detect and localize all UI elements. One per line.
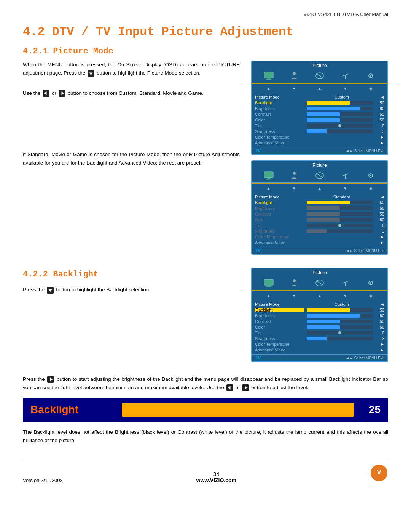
svg-point-29: [370, 282, 371, 284]
right-icon: [59, 90, 65, 97]
osd3-contrast-bar: [307, 320, 373, 323]
right-icon-2: [47, 376, 54, 383]
backlight-para-2: Press the button to start adjusting the …: [23, 375, 388, 391]
osd2-backlight-value: 50: [375, 200, 384, 205]
osd2-sharpness-label: Sharpness: [255, 229, 304, 233]
osd1-row-backlight: Backlight 50: [255, 100, 384, 105]
osd-monitor-icon: [262, 70, 276, 81]
osd3-tint-dot: [338, 331, 341, 334]
osd1-title: Picture: [252, 61, 387, 69]
osd2-contrast-label: Contrast: [255, 212, 304, 216]
osd2-satellite-icon: [313, 170, 327, 181]
osd3-color-value: 50: [375, 325, 384, 329]
osd2-sharpness-value: 3: [375, 229, 384, 233]
osd1-contrast-bar: [307, 112, 373, 116]
osd1-tint-value: 0: [375, 123, 384, 128]
osd3-colortemp-label: Color Temperature: [255, 342, 304, 347]
osd1-colortemp-label: Color Temperature: [255, 135, 304, 139]
osd3-col: Picture ▲ ▼: [251, 268, 388, 367]
osd3-sub-icons: ▲ ▼ ▲ ▼ ◉: [252, 291, 387, 300]
osd3-monitor-icon: [262, 278, 276, 288]
osd1-row-advvideo: Advanced Video ►: [255, 140, 384, 145]
osd2-row-contrast: Contrast 50: [255, 211, 384, 217]
osd1-row-color: Color 50: [255, 117, 384, 123]
osd2-row-backlight: Backlight 50: [255, 200, 384, 205]
svg-rect-22: [266, 286, 271, 287]
osd1-row-tint: Tint 0: [255, 123, 384, 128]
osd2-brightness-label: Brightness: [255, 206, 304, 211]
osd3-color-label: Color: [255, 325, 304, 329]
para-3: If Standard, Movie or Game is chosen for…: [23, 150, 240, 167]
osd2-brightness-value: 50: [375, 206, 384, 211]
osd2-backlight-label: Backlight: [255, 200, 304, 205]
osd1-colortemp-arrow: ►: [379, 135, 384, 139]
osd2-color-label: Color: [255, 217, 304, 222]
svg-rect-21: [267, 285, 270, 286]
section-421-content: When the MENU button is pressed, the On …: [23, 61, 388, 260]
main-title: 4.2 DTV / TV Input Picture Adjustment: [23, 25, 388, 39]
osd3-footer-tv: TV: [255, 355, 261, 361]
osd2-sub-icon-4: ▼: [338, 185, 352, 192]
osd3-icons: [252, 276, 387, 290]
osd1-backlight-label: Backlight: [255, 101, 304, 105]
osd2-row-color: Color 50: [255, 217, 384, 222]
osd1-color-bar: [307, 118, 373, 122]
osd3-title: Picture: [252, 268, 387, 276]
osd3-antenna-icon: [338, 278, 352, 288]
osd1-color-fill: [307, 118, 340, 122]
backlight-bar-fill: [122, 403, 354, 417]
osd3-mode-row: Picture Mode Custom ◄: [255, 301, 384, 307]
osd-antenna-icon: [338, 70, 352, 81]
svg-point-19: [370, 175, 371, 176]
osd3-mode-arrow: ◄: [379, 302, 384, 307]
osd1-tint-label: Tint: [255, 123, 304, 128]
osd2-sub-icon-3: ▲: [313, 185, 327, 192]
osd1-tint-dot: [338, 124, 341, 127]
backlight-para-3: The Backlight level does not affect the …: [23, 428, 388, 444]
osd1-contrast-value: 50: [375, 112, 384, 117]
osd2-row-sharpness: Sharpness 3: [255, 228, 384, 234]
osd1-advvideo-label: Advanced Video: [255, 141, 304, 145]
osd1-sharpness-value: 3: [375, 129, 384, 134]
osd3-advvideo-label: Advanced Video: [255, 348, 304, 352]
osd1-color-value: 50: [375, 118, 384, 122]
osd3-row-tint: Tint 0: [255, 330, 384, 335]
osd1-backlight-fill: [307, 101, 350, 105]
osd2-icons: [252, 169, 387, 183]
osd2-row-advvideo: Advanced Video ►: [255, 240, 384, 245]
osd1-footer: TV ◄► Select MENU Exit: [252, 147, 387, 154]
osd3-tint-label: Tint: [255, 331, 304, 335]
section-421-text: When the MENU button is pressed, the On …: [23, 61, 240, 260]
osd2-mode-value: Standard: [304, 195, 379, 199]
down-icon: [88, 70, 94, 77]
svg-rect-10: [264, 172, 273, 178]
osd-screen-3: Picture ▲ ▼: [251, 268, 388, 362]
osd3-sharpness-label: Sharpness: [255, 336, 304, 341]
osd3-contrast-value: 50: [375, 319, 384, 324]
osd3-backlight-label: Backlight: [255, 308, 304, 312]
osd1-brightness-label: Brightness: [255, 106, 304, 111]
osd3-tint-bar: [307, 331, 373, 335]
svg-point-3: [293, 72, 296, 75]
osd2-backlight-fill: [307, 201, 350, 204]
osd2-contrast-fill: [307, 212, 340, 216]
sub-icon-5: ◉: [364, 85, 378, 92]
osd1-mode-value: Custom: [304, 95, 379, 99]
osd3-row-colortemp: Color Temperature ►: [255, 341, 384, 347]
osd2-brightness-bar: [307, 206, 373, 210]
osd1-brightness-value: 80: [375, 106, 384, 111]
osd3-color-bar: [307, 325, 373, 329]
osd2-rows: Picture Mode Standard ◄ Backlight 50 Bri…: [252, 193, 387, 247]
osd1-mode-arrow: ◄: [379, 95, 384, 99]
osd3-brightness-bar: [307, 314, 373, 318]
osd2-contrast-value: 50: [375, 212, 384, 216]
section-422-content: 4.2.2 Backlight Press the button to high…: [23, 268, 388, 367]
osd3-sub-icon-3: ▲: [313, 292, 327, 299]
osd2-mode-row: Picture Mode Standard ◄: [255, 194, 384, 200]
osd3-sub-icon-1: ▲: [262, 292, 276, 299]
backlight-bar-value: 25: [362, 404, 381, 416]
osd1-contrast-fill: [307, 112, 340, 116]
osd2-advvideo-arrow: ►: [379, 240, 384, 245]
osd3-contrast-label: Contrast: [255, 319, 304, 324]
osd1-footer-controls: ◄► Select MENU Exit: [346, 149, 384, 153]
